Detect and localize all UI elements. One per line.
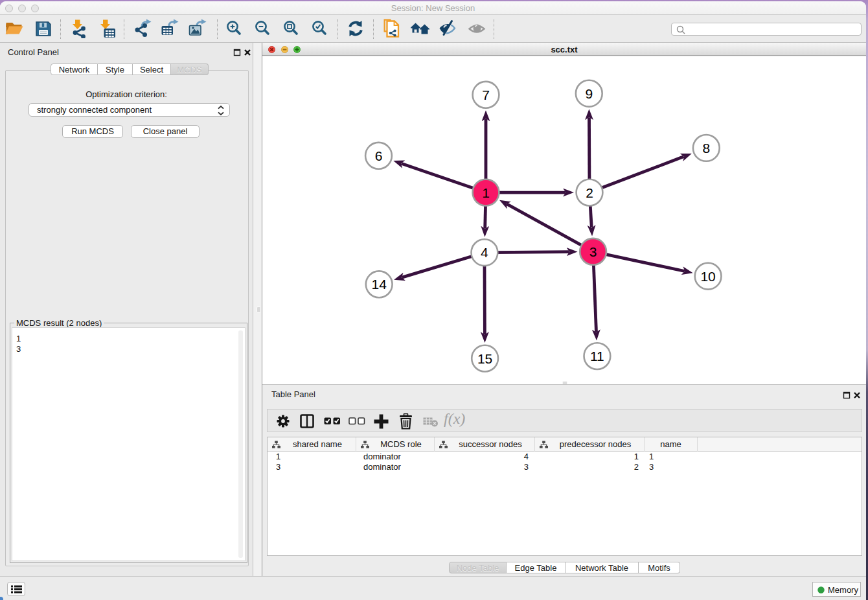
svg-text:9: 9 (585, 86, 593, 101)
svg-text:2: 2 (586, 185, 593, 200)
svg-text:10: 10 (700, 269, 715, 284)
svg-text:4: 4 (481, 245, 488, 260)
svg-text:3: 3 (589, 244, 597, 259)
svg-text:14: 14 (372, 277, 387, 292)
svg-text:1: 1 (482, 185, 490, 200)
svg-text:7: 7 (482, 87, 490, 102)
svg-text:15: 15 (477, 351, 492, 366)
svg-text:6: 6 (375, 148, 383, 163)
svg-text:11: 11 (590, 349, 604, 363)
svg-text:8: 8 (702, 141, 710, 156)
